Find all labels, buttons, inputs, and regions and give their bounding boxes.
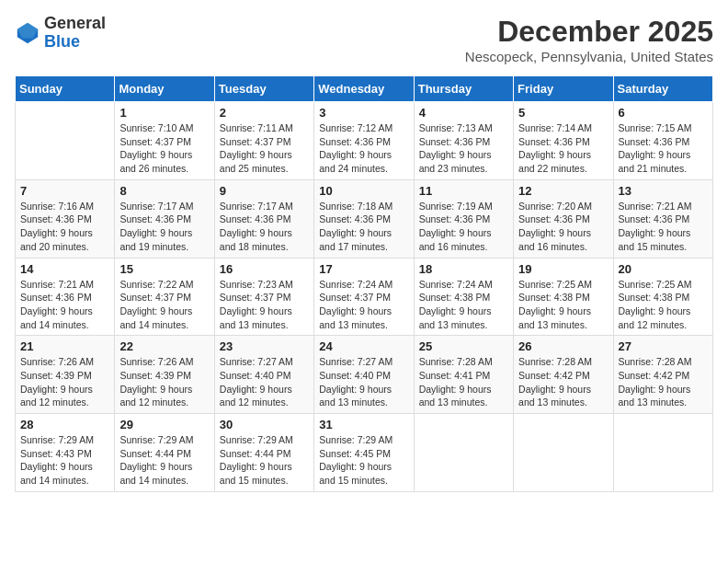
day-info: Sunrise: 7:29 AMSunset: 4:44 PMDaylight:…: [119, 433, 209, 488]
calendar-cell: 6Sunrise: 7:15 AMSunset: 4:36 PMDaylight…: [613, 102, 712, 180]
calendar-week-row: 28Sunrise: 7:29 AMSunset: 4:43 PMDayligh…: [16, 414, 713, 492]
day-info: Sunrise: 7:24 AMSunset: 4:38 PMDaylight:…: [419, 278, 508, 332]
day-number: 9: [220, 184, 309, 198]
calendar-week-row: 7Sunrise: 7:16 AMSunset: 4:36 PMDaylight…: [16, 179, 713, 258]
calendar-week-row: 21Sunrise: 7:26 AMSunset: 4:39 PMDayligh…: [16, 336, 713, 414]
day-number: 10: [319, 184, 408, 198]
day-info: Sunrise: 7:14 AMSunset: 4:36 PMDaylight:…: [518, 121, 608, 176]
weekday-header-sunday: Sunday: [16, 76, 115, 102]
calendar-cell: 18Sunrise: 7:24 AMSunset: 4:38 PMDayligh…: [414, 258, 513, 336]
calendar-cell: 13Sunrise: 7:21 AMSunset: 4:36 PMDayligh…: [613, 179, 712, 258]
day-info: Sunrise: 7:29 AMSunset: 4:44 PMDaylight:…: [220, 433, 309, 488]
day-number: 31: [319, 418, 408, 431]
day-number: 4: [419, 106, 508, 120]
day-number: 26: [518, 339, 608, 353]
day-info: Sunrise: 7:11 AMSunset: 4:37 PMDaylight:…: [220, 121, 309, 176]
day-info: Sunrise: 7:29 AMSunset: 4:43 PMDaylight:…: [20, 433, 109, 488]
calendar-cell: 1Sunrise: 7:10 AMSunset: 4:37 PMDaylight…: [115, 102, 214, 180]
calendar-cell: 25Sunrise: 7:28 AMSunset: 4:41 PMDayligh…: [414, 336, 513, 414]
day-info: Sunrise: 7:28 AMSunset: 4:41 PMDaylight:…: [419, 355, 508, 409]
calendar-cell: 26Sunrise: 7:28 AMSunset: 4:42 PMDayligh…: [514, 336, 613, 414]
day-number: 16: [220, 262, 309, 276]
day-number: 27: [619, 339, 708, 353]
day-number: 14: [20, 262, 109, 276]
day-info: Sunrise: 7:10 AMSunset: 4:37 PMDaylight:…: [119, 121, 209, 176]
day-info: Sunrise: 7:23 AMSunset: 4:37 PMDaylight:…: [220, 278, 309, 332]
calendar-cell: [514, 414, 613, 492]
title-block: December 2025 Nescopeck, Pennsylvania, U…: [465, 15, 713, 64]
page-header: General Blue December 2025 Nescopeck, Pe…: [15, 15, 713, 64]
day-number: 17: [319, 262, 408, 276]
day-number: 3: [319, 106, 408, 120]
calendar-cell: 28Sunrise: 7:29 AMSunset: 4:43 PMDayligh…: [16, 414, 115, 492]
day-info: Sunrise: 7:24 AMSunset: 4:37 PMDaylight:…: [319, 278, 408, 332]
day-number: 15: [119, 262, 209, 276]
logo-icon: [15, 20, 40, 46]
calendar-cell: 15Sunrise: 7:22 AMSunset: 4:37 PMDayligh…: [115, 258, 214, 336]
day-info: Sunrise: 7:29 AMSunset: 4:45 PMDaylight:…: [319, 433, 408, 488]
day-info: Sunrise: 7:25 AMSunset: 4:38 PMDaylight:…: [619, 278, 708, 332]
calendar-cell: 9Sunrise: 7:17 AMSunset: 4:36 PMDaylight…: [214, 179, 313, 258]
day-info: Sunrise: 7:26 AMSunset: 4:39 PMDaylight:…: [20, 355, 109, 409]
day-info: Sunrise: 7:18 AMSunset: 4:36 PMDaylight:…: [319, 200, 408, 254]
weekday-header-friday: Friday: [514, 76, 613, 102]
day-number: 25: [419, 339, 508, 353]
logo-line2: Blue: [44, 33, 106, 52]
day-info: Sunrise: 7:19 AMSunset: 4:36 PMDaylight:…: [419, 200, 508, 254]
day-info: Sunrise: 7:20 AMSunset: 4:36 PMDaylight:…: [518, 200, 608, 254]
calendar-cell: 8Sunrise: 7:17 AMSunset: 4:36 PMDaylight…: [115, 179, 214, 258]
day-number: 20: [619, 262, 708, 276]
calendar-cell: 23Sunrise: 7:27 AMSunset: 4:40 PMDayligh…: [214, 336, 313, 414]
calendar-cell: [414, 414, 513, 492]
calendar-cell: 24Sunrise: 7:27 AMSunset: 4:40 PMDayligh…: [314, 336, 414, 414]
day-number: 24: [319, 339, 408, 353]
calendar-cell: [613, 414, 712, 492]
calendar-week-row: 1Sunrise: 7:10 AMSunset: 4:37 PMDaylight…: [16, 102, 713, 180]
calendar-cell: 21Sunrise: 7:26 AMSunset: 4:39 PMDayligh…: [16, 336, 115, 414]
weekday-header-monday: Monday: [115, 76, 214, 102]
day-info: Sunrise: 7:28 AMSunset: 4:42 PMDaylight:…: [518, 355, 608, 409]
logo: General Blue: [15, 15, 106, 52]
day-info: Sunrise: 7:28 AMSunset: 4:42 PMDaylight:…: [619, 355, 708, 409]
day-info: Sunrise: 7:25 AMSunset: 4:38 PMDaylight:…: [518, 278, 608, 332]
calendar-cell: 3Sunrise: 7:12 AMSunset: 4:36 PMDaylight…: [314, 102, 414, 180]
day-info: Sunrise: 7:21 AMSunset: 4:36 PMDaylight:…: [20, 278, 109, 332]
weekday-header-wednesday: Wednesday: [314, 76, 414, 102]
day-number: 11: [419, 184, 508, 198]
day-info: Sunrise: 7:15 AMSunset: 4:36 PMDaylight:…: [619, 121, 708, 176]
logo-line1: General: [44, 15, 106, 33]
day-info: Sunrise: 7:17 AMSunset: 4:36 PMDaylight:…: [220, 200, 309, 254]
day-number: 7: [20, 184, 109, 198]
calendar-cell: 19Sunrise: 7:25 AMSunset: 4:38 PMDayligh…: [514, 258, 613, 336]
calendar-cell: 31Sunrise: 7:29 AMSunset: 4:45 PMDayligh…: [314, 414, 414, 492]
calendar-cell: 30Sunrise: 7:29 AMSunset: 4:44 PMDayligh…: [214, 414, 313, 492]
calendar-subtitle: Nescopeck, Pennsylvania, United States: [465, 49, 713, 64]
day-info: Sunrise: 7:17 AMSunset: 4:36 PMDaylight:…: [119, 200, 209, 254]
weekday-header-tuesday: Tuesday: [214, 76, 313, 102]
day-info: Sunrise: 7:26 AMSunset: 4:39 PMDaylight:…: [119, 355, 209, 409]
day-number: 21: [20, 339, 109, 353]
calendar-cell: 27Sunrise: 7:28 AMSunset: 4:42 PMDayligh…: [613, 336, 712, 414]
day-number: 30: [220, 418, 309, 431]
weekday-header-thursday: Thursday: [414, 76, 513, 102]
day-info: Sunrise: 7:16 AMSunset: 4:36 PMDaylight:…: [20, 200, 109, 254]
day-info: Sunrise: 7:12 AMSunset: 4:36 PMDaylight:…: [319, 121, 408, 176]
day-info: Sunrise: 7:27 AMSunset: 4:40 PMDaylight:…: [319, 355, 408, 409]
calendar-cell: 11Sunrise: 7:19 AMSunset: 4:36 PMDayligh…: [414, 179, 513, 258]
day-number: 5: [518, 106, 608, 120]
calendar-cell: [16, 102, 115, 180]
day-info: Sunrise: 7:13 AMSunset: 4:36 PMDaylight:…: [419, 121, 508, 176]
day-number: 29: [119, 418, 209, 431]
day-number: 1: [119, 106, 209, 120]
day-number: 22: [119, 339, 209, 353]
calendar-title: December 2025: [465, 15, 713, 49]
day-number: 12: [518, 184, 608, 198]
day-number: 6: [619, 106, 708, 120]
calendar-cell: 12Sunrise: 7:20 AMSunset: 4:36 PMDayligh…: [514, 179, 613, 258]
calendar-cell: 4Sunrise: 7:13 AMSunset: 4:36 PMDaylight…: [414, 102, 513, 180]
day-number: 28: [20, 418, 109, 431]
day-number: 2: [220, 106, 309, 120]
day-number: 23: [220, 339, 309, 353]
day-number: 13: [619, 184, 708, 198]
day-number: 8: [119, 184, 209, 198]
